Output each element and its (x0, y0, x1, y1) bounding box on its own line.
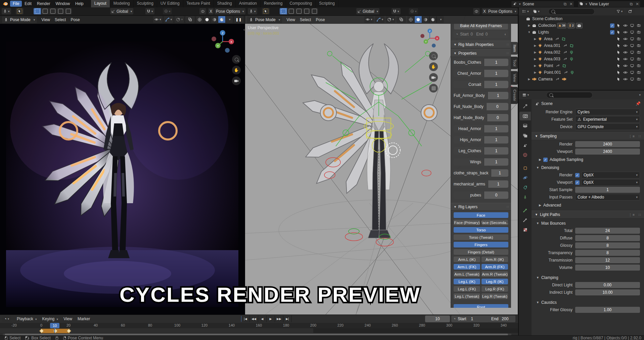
timeline-ruler[interactable]: -200204060801001201401601802002202402602… (0, 323, 518, 328)
rig-layer-arm-r-ik-[interactable]: Arm.R (IK) (481, 257, 508, 262)
gizmos-dropdown[interactable]: ▾ (375, 16, 384, 23)
camera-view-button-left[interactable] (232, 76, 241, 85)
hide-toggle[interactable] (623, 36, 628, 42)
outliner-filter-dropdown[interactable]: ▾ (532, 8, 541, 15)
select-mode-3-left[interactable] (57, 8, 64, 14)
mode-dropdown-left[interactable]: Pose Mode▾ (2, 16, 37, 23)
rig-layer-face[interactable]: Face (454, 212, 508, 218)
current-frame-badge[interactable]: 10 (50, 323, 59, 328)
properties-tab-texture[interactable] (519, 225, 531, 234)
properties-tab-object[interactable] (519, 164, 531, 172)
light-paths-panel-header[interactable]: ▼Light Paths⋮≡ ∷ (532, 211, 644, 219)
rig-layer-fingers-detail-[interactable]: Fingers (Detail) (454, 249, 508, 255)
properties-options-dropdown[interactable]: ▾ (639, 93, 641, 97)
render-disable-toggle[interactable] (636, 30, 641, 35)
render-disable-toggle[interactable] (636, 43, 641, 48)
proportional-edit-dropdown-left[interactable]: ▾ (163, 8, 172, 14)
max-bounces-value-field[interactable]: 24 (575, 228, 640, 234)
select-mode-4-right[interactable] (311, 8, 318, 14)
sampling-panel-header[interactable]: ▼Sampling⋮≡ ∷ (532, 132, 644, 140)
jump-to-end-button[interactable]: ▶| (283, 316, 292, 322)
rig-property-value[interactable]: 1 (491, 169, 508, 177)
workspace-tab-sculpting[interactable]: Sculpting (134, 0, 157, 7)
workspace-tab-scripting[interactable]: Scripting (316, 0, 338, 7)
menu-select[interactable]: Select (297, 17, 313, 23)
overlays-dropdown[interactable]: ▾ (386, 16, 395, 23)
expand-arrow-icon[interactable]: ▶ (533, 57, 538, 61)
selectable-toggle[interactable] (616, 70, 621, 75)
frame-end-field[interactable]: End200 (489, 316, 515, 322)
selectable-toggle[interactable] (616, 56, 621, 62)
max-bounces-value-field[interactable]: 12 (575, 257, 640, 263)
viewport-disable-toggle[interactable] (629, 30, 635, 35)
expand-arrow-icon[interactable]: ▶ (533, 71, 538, 74)
hide-toggle[interactable] (623, 50, 628, 55)
outliner-funnel-filter[interactable]: ▾ (615, 8, 624, 15)
menu-edit[interactable]: Edit (22, 1, 34, 7)
workspace-tab-shading[interactable]: Shading (214, 0, 236, 7)
rig-property-value[interactable]: 0 (487, 114, 508, 121)
add-view-layer-button[interactable]: ⧉ (628, 2, 634, 6)
selectable-toggle[interactable] (616, 36, 621, 42)
selectable-toggle[interactable] (616, 50, 621, 55)
shading-dropdown[interactable]: ▾ (437, 16, 444, 23)
rig-layer-arm-r-fk-[interactable]: Arm.R (FK) (481, 264, 508, 270)
remove-view-layer-button[interactable]: ✕ (634, 2, 640, 6)
viewport-disable-toggle[interactable] (629, 50, 635, 55)
render-engine-dropdown[interactable]: Cycles▾ (575, 109, 640, 115)
hide-toggle[interactable] (623, 63, 628, 68)
render-disable-toggle[interactable] (636, 36, 641, 42)
workspace-tab-modeling[interactable]: Modeling (110, 0, 134, 7)
hide-toggle[interactable] (623, 23, 628, 28)
outliner-row-scene-collection[interactable]: Scene Collection (519, 15, 644, 22)
timeline-menu-view[interactable]: View (61, 316, 75, 322)
viewport-disable-toggle[interactable] (629, 56, 635, 62)
viewport-disable-toggle[interactable] (629, 70, 635, 75)
orientation-dropdown-right[interactable]: Global▾ (356, 8, 379, 14)
object-visibility-dropdown[interactable]: ▾ (364, 16, 374, 23)
exclude-checkbox[interactable]: ✓ (610, 23, 614, 28)
shading-solid-button[interactable] (415, 16, 422, 23)
select-mode-0-right[interactable] (280, 8, 287, 14)
orientation-dropdown-left[interactable]: Global▾ (110, 8, 133, 14)
timeline-editor-type-dropdown[interactable]: ◔▾ (2, 316, 11, 322)
shading-wireframe-button[interactable] (407, 16, 415, 23)
play-reverse-button[interactable]: ◀ (258, 316, 267, 322)
rig-layers-panel-header[interactable]: ▼Rig Layers∷ (451, 203, 511, 211)
selectable-toggle[interactable] (616, 43, 621, 48)
mode-icon-dropdown-right[interactable]: ▾ (248, 8, 257, 14)
properties-tab-view-layer[interactable] (519, 131, 531, 140)
axis-gizmo-right[interactable]: Z X Y (419, 27, 441, 49)
menu-pose[interactable]: Pose (313, 17, 327, 23)
rig-layer-torso[interactable]: Torso (454, 227, 508, 233)
prev-keyframe-button[interactable]: ◀◀ (250, 316, 258, 322)
outliner-row-camera[interactable]: ▶Camera (519, 76, 644, 82)
caustics-value-field[interactable]: 1.00 (575, 307, 640, 313)
outliner-row-area-001[interactable]: ▶Area.001 (519, 42, 644, 49)
select-mode-2-left[interactable] (49, 8, 57, 14)
outliner-display-mode-dropdown[interactable]: ▾ (521, 8, 530, 15)
denoising-subpanel-header[interactable]: ▼Denoising (536, 164, 644, 171)
expand-arrow-icon[interactable]: ▶ (527, 77, 532, 81)
shading-material-button[interactable] (422, 16, 429, 23)
rig-layer-arm-l-ik-[interactable]: Arm.L (IK) (454, 257, 480, 262)
max-bounces-value-field[interactable]: 8 (575, 250, 640, 256)
clamping-value-field[interactable]: 0.00 (575, 282, 640, 288)
rig-property-value[interactable]: 1 (484, 81, 508, 88)
mode-dropdown-right[interactable]: Pose Mode▾ (247, 16, 282, 23)
shading-solid-button[interactable] (203, 16, 211, 23)
mode-icon-dropdown-left[interactable]: ▾ (2, 8, 11, 14)
pause-render-button[interactable]: ❚❚ (234, 16, 243, 23)
gizmos-dropdown[interactable]: ▾ (164, 16, 173, 23)
outliner-row-lights[interactable]: ▼Lights✓ (519, 29, 644, 36)
overlays-dropdown[interactable]: ▾ (175, 16, 184, 23)
denoise-render-dropdown[interactable]: OptiX▾ (581, 172, 640, 178)
max-bounces-value-field[interactable]: 10 (575, 265, 640, 271)
axis-gizmo-left[interactable]: Z X Y (210, 29, 235, 54)
viewport-rendered[interactable]: Pose Mode▾ ViewSelectPose ▾ ▾ ▾ ▾ ❚❚ (0, 15, 245, 315)
pose-options-dropdown-right[interactable]: Pose Options▾ (487, 8, 518, 14)
menu-help[interactable]: Help (73, 1, 86, 7)
sidebar-tab-view[interactable]: View (511, 71, 518, 85)
workspace-tab-animation[interactable]: Animation (236, 0, 261, 7)
blender-logo-icon[interactable] (3, 2, 8, 6)
